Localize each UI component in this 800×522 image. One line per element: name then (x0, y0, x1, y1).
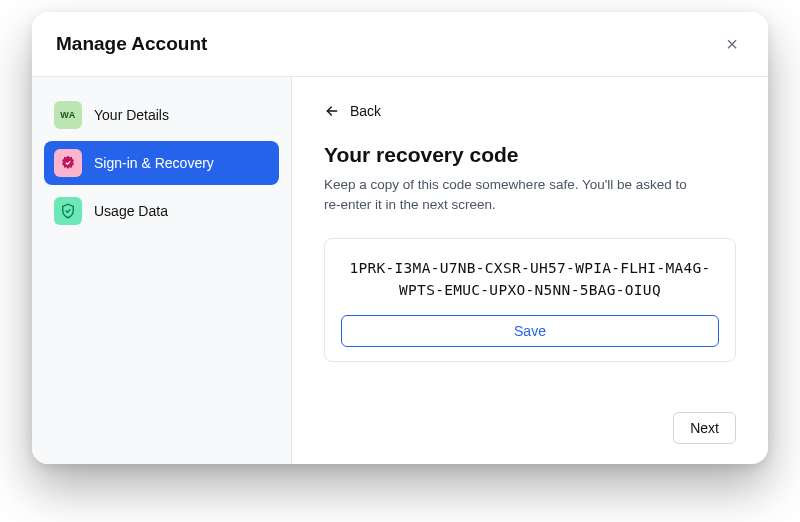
save-button[interactable]: Save (341, 315, 719, 347)
sidebar-item-label: Usage Data (94, 203, 168, 219)
page-description: Keep a copy of this code somewhere safe.… (324, 175, 694, 216)
sidebar: WA Your Details Sign-in & Recovery (32, 77, 292, 464)
sidebar-item-usage-data[interactable]: Usage Data (44, 189, 279, 233)
back-button[interactable]: Back (324, 101, 381, 121)
next-button[interactable]: Next (673, 412, 736, 444)
modal-title: Manage Account (56, 33, 207, 55)
sidebar-item-label: Sign-in & Recovery (94, 155, 214, 171)
modal-header: Manage Account × (32, 12, 768, 77)
avatar-icon: WA (54, 101, 82, 129)
shield-icon (54, 197, 82, 225)
recovery-code-box: 1PRK-I3MA-U7NB-CXSR-UH57-WPIA-FLHI-MA4G-… (324, 238, 736, 363)
page-title: Your recovery code (324, 143, 736, 167)
close-icon: × (726, 34, 738, 54)
manage-account-modal: Manage Account × WA Your Details Sign-in… (32, 12, 768, 464)
sidebar-item-label: Your Details (94, 107, 169, 123)
recovery-code-text: 1PRK-I3MA-U7NB-CXSR-UH57-WPIA-FLHI-MA4G-… (341, 257, 719, 302)
sidebar-item-your-details[interactable]: WA Your Details (44, 93, 279, 137)
arrow-left-icon (324, 103, 340, 119)
sidebar-item-signin-recovery[interactable]: Sign-in & Recovery (44, 141, 279, 185)
rosette-icon (54, 149, 82, 177)
main-panel: Back Your recovery code Keep a copy of t… (292, 77, 768, 464)
modal-body: WA Your Details Sign-in & Recovery (32, 77, 768, 464)
footer-actions: Next (324, 396, 736, 444)
back-label: Back (350, 103, 381, 119)
close-button[interactable]: × (720, 32, 744, 56)
